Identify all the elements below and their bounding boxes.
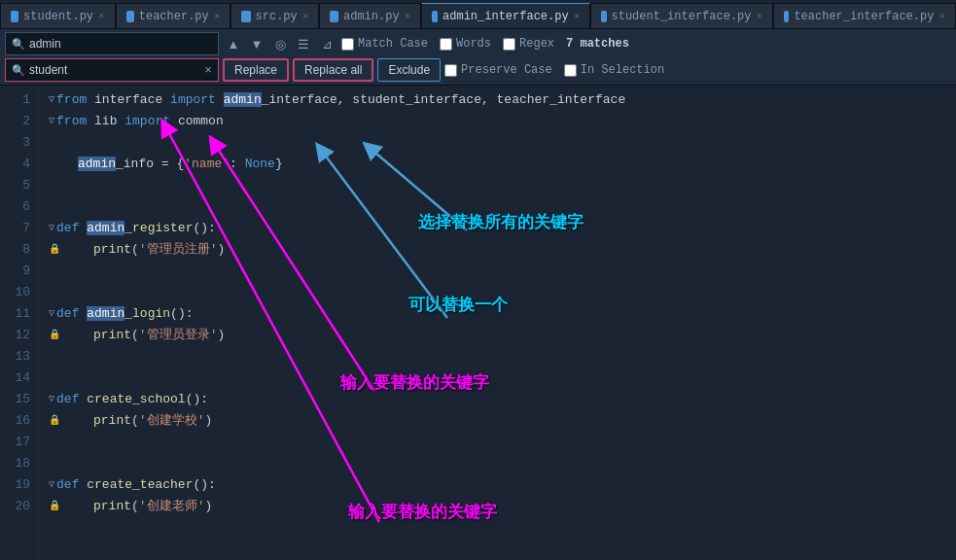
file-icon	[241, 11, 250, 22]
tab-close-icon[interactable]: ×	[214, 11, 221, 22]
line-num: 7	[0, 218, 30, 239]
code-line-16: 🔒 print('创建学校')	[49, 410, 946, 432]
find-row: 🔍 ▲ ▼ ◎ ☰ ⊿ Match Case Words Regex 7	[5, 32, 951, 55]
file-icon	[330, 11, 338, 22]
line-num: 19	[0, 474, 30, 496]
line-num: 10	[0, 282, 30, 303]
line-num: 12	[0, 325, 30, 346]
fold-icon: ▽	[49, 89, 54, 111]
fold-icon: ▽	[49, 389, 54, 410]
fold-icon: ▽	[49, 218, 54, 239]
tab-student-py[interactable]: student.py ×	[0, 3, 116, 28]
match-case-checkbox[interactable]	[341, 38, 354, 51]
regex-option[interactable]: Regex	[503, 37, 554, 51]
line-numbers: 1 2 3 4 5 6 7 8 9 10 11 12 13 14 15 16 1…	[0, 86, 39, 560]
code-line-10	[49, 282, 946, 303]
line-num: 2	[0, 111, 30, 132]
code-line-3	[49, 132, 946, 154]
line-num: 1	[0, 89, 30, 111]
code-content[interactable]: ▽ from interface import admin_interface,…	[39, 86, 956, 560]
find-options-area: Match Case Words Regex 7 matches	[341, 37, 629, 51]
regex-label: Regex	[519, 37, 554, 51]
file-icon	[601, 11, 606, 22]
code-line-5	[49, 175, 946, 196]
replace-clear-icon[interactable]: ×	[204, 63, 212, 78]
line-num: 4	[0, 154, 30, 175]
lock-icon: 🔒	[49, 496, 60, 517]
file-icon	[126, 11, 134, 22]
in-selection-option[interactable]: In Selection	[564, 63, 664, 77]
find-options-button[interactable]: ☰	[293, 33, 314, 54]
line-num: 13	[0, 346, 30, 368]
tab-admin-interface-py[interactable]: admin_interface.py ×	[421, 3, 590, 28]
code-line-13	[49, 346, 946, 368]
tab-close-icon[interactable]: ×	[98, 11, 105, 22]
regex-checkbox[interactable]	[503, 38, 515, 51]
file-icon	[432, 11, 438, 22]
tab-label: admin.py	[343, 10, 400, 23]
line-num: 8	[0, 239, 30, 261]
code-line-9	[49, 261, 946, 282]
filter-button[interactable]: ⊿	[316, 33, 337, 54]
line-num: 15	[0, 389, 30, 410]
fold-icon: ▽	[49, 474, 54, 496]
replace-input-wrap: 🔍 ×	[5, 58, 219, 82]
line-num: 20	[0, 496, 30, 517]
line-num: 17	[0, 432, 30, 453]
code-line-19: ▽ def create_teacher():	[49, 474, 946, 496]
tab-admin-py[interactable]: admin.py ×	[319, 3, 421, 28]
line-num: 3	[0, 132, 30, 154]
code-line-17	[49, 432, 946, 453]
find-input[interactable]	[29, 37, 195, 51]
tab-label: student_interface.py	[612, 10, 752, 23]
tab-close-icon[interactable]: ×	[757, 11, 763, 22]
match-case-label: Match Case	[358, 37, 428, 51]
code-line-11: ▽ def admin_login():	[49, 303, 946, 325]
replace-input[interactable]	[29, 63, 195, 77]
find-all-button[interactable]: ◎	[269, 33, 291, 54]
search-replace-area: 🔍 ▲ ▼ ◎ ☰ ⊿ Match Case Words Regex 7	[0, 29, 956, 86]
fold-icon: ▽	[49, 111, 54, 132]
lock-icon: 🔒	[49, 325, 60, 346]
words-checkbox[interactable]	[440, 38, 452, 51]
tab-label: teacher_interface.py	[794, 10, 934, 23]
line-num: 14	[0, 368, 30, 389]
tab-teacher-interface-py[interactable]: teacher_interface.py ×	[773, 3, 956, 28]
tab-teacher-py[interactable]: teacher.py ×	[116, 3, 231, 28]
lock-icon: 🔒	[49, 239, 60, 261]
in-selection-checkbox[interactable]	[564, 64, 577, 77]
next-match-button[interactable]: ▼	[246, 33, 267, 54]
tab-src-py[interactable]: src.py ×	[230, 3, 319, 28]
line-num: 9	[0, 261, 30, 282]
tab-close-icon[interactable]: ×	[574, 11, 581, 22]
line-num: 11	[0, 303, 30, 325]
tab-student-interface-py[interactable]: student_interface.py ×	[590, 3, 773, 28]
code-area: 1 2 3 4 5 6 7 8 9 10 11 12 13 14 15 16 1…	[0, 86, 956, 560]
tab-close-icon[interactable]: ×	[938, 11, 945, 22]
replace-button[interactable]: Replace	[223, 58, 289, 82]
find-icon: 🔍	[12, 38, 25, 51]
exclude-button[interactable]: Exclude	[377, 58, 441, 82]
words-option[interactable]: Words	[440, 37, 491, 51]
lock-icon: 🔒	[49, 410, 60, 432]
preserve-case-checkbox[interactable]	[444, 64, 457, 77]
line-num: 6	[0, 196, 30, 218]
tab-close-icon[interactable]: ×	[302, 11, 309, 22]
replace-all-button[interactable]: Replace all	[293, 58, 373, 82]
code-line-20: 🔒 print('创建老师')	[49, 496, 946, 517]
code-line-12: 🔒 print('管理员登录')	[49, 325, 946, 346]
tab-bar: student.py × teacher.py × src.py × admin…	[0, 0, 956, 29]
preserve-case-option[interactable]: Preserve Case	[444, 63, 552, 77]
tab-label: admin_interface.py	[443, 10, 569, 23]
search-nav-buttons: ▲ ▼ ◎ ☰ ⊿	[223, 33, 337, 54]
in-selection-label: In Selection	[581, 63, 664, 77]
code-line-15: ▽ def create_school():	[49, 389, 946, 410]
code-line-7: ▽ def admin_register():	[49, 218, 946, 239]
match-case-option[interactable]: Match Case	[341, 37, 428, 51]
find-input-wrap: 🔍	[5, 32, 219, 55]
prev-match-button[interactable]: ▲	[223, 33, 244, 54]
code-line-8: 🔒 print('管理员注册')	[49, 239, 946, 261]
tab-label: teacher.py	[139, 10, 209, 23]
tab-close-icon[interactable]: ×	[405, 11, 411, 22]
preserve-case-label: Preserve Case	[461, 63, 552, 77]
